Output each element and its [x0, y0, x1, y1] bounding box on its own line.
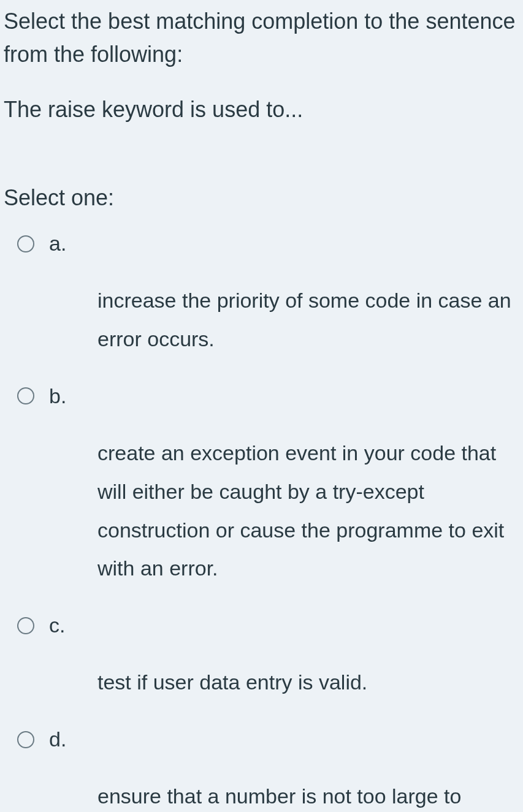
radio-b[interactable]: [17, 387, 34, 404]
radio-a[interactable]: [17, 235, 34, 252]
option-a: a. increase the priority of some code in…: [17, 232, 519, 377]
option-b-text: create an exception event in your code t…: [17, 434, 519, 588]
question-prompt: Select the best matching completion to t…: [4, 5, 519, 71]
option-a-head: a.: [17, 232, 519, 256]
option-c-head: c.: [17, 613, 519, 637]
option-a-text: increase the priority of some code in ca…: [17, 281, 519, 359]
radio-d[interactable]: [17, 731, 34, 748]
option-d-head: d.: [17, 727, 519, 751]
select-one-label: Select one:: [4, 181, 519, 214]
option-c: c. test if user data entry is valid.: [17, 613, 519, 720]
option-b: b. create an exception event in your cod…: [17, 384, 519, 607]
option-b-letter: b.: [49, 384, 66, 408]
option-b-head: b.: [17, 384, 519, 408]
option-d-letter: d.: [49, 727, 66, 751]
question-sentence: The raise keyword is used to...: [4, 93, 519, 126]
option-c-letter: c.: [49, 613, 65, 637]
option-a-letter: a.: [49, 232, 66, 256]
option-c-text: test if user data entry is valid.: [17, 663, 519, 702]
option-d-text: ensure that a number is not too large to…: [17, 777, 519, 812]
radio-c[interactable]: [17, 617, 34, 634]
option-d: d. ensure that a number is not too large…: [17, 727, 519, 812]
options-list: a. increase the priority of some code in…: [4, 232, 519, 812]
